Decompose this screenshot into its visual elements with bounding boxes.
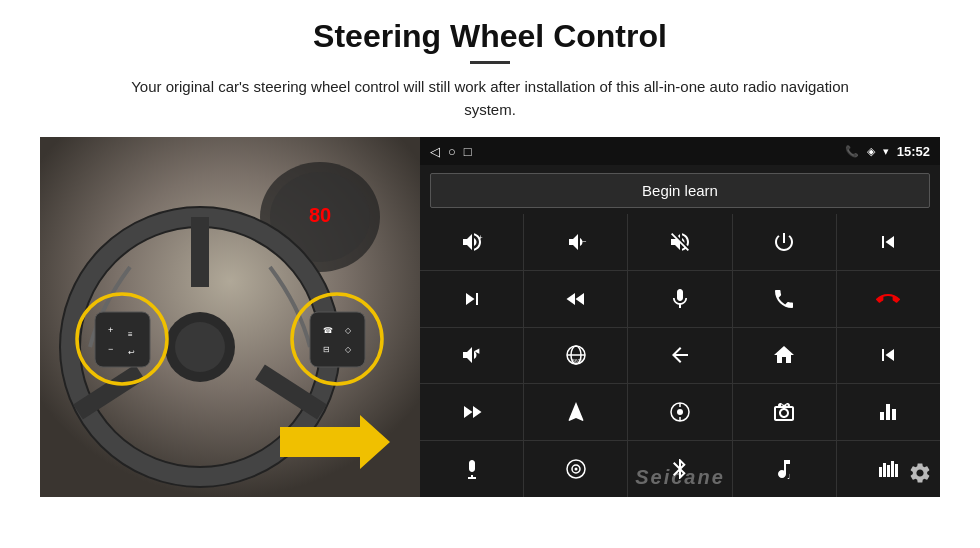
next-track-icon bbox=[460, 287, 484, 311]
settings-circle-icon bbox=[564, 457, 588, 481]
svg-text:+: + bbox=[478, 233, 483, 242]
volume-up-icon: + bbox=[460, 230, 484, 254]
svg-text:80: 80 bbox=[309, 204, 331, 226]
mic2-icon bbox=[460, 457, 484, 481]
volume-up-button[interactable]: + bbox=[420, 214, 523, 270]
steering-wheel-svg: 80 + bbox=[40, 137, 420, 497]
home-nav-icon[interactable]: ○ bbox=[448, 144, 456, 159]
rewind-icon bbox=[564, 287, 588, 311]
svg-point-32 bbox=[677, 409, 683, 415]
svg-text:−: − bbox=[108, 344, 113, 354]
music-icon: ♩ bbox=[772, 457, 796, 481]
android-panel-wrapper: ◁ ○ □ 📞 ◈ ▾ 15:52 Begin learn bbox=[420, 137, 940, 497]
microphone-icon bbox=[668, 287, 692, 311]
prev-track-icon bbox=[876, 230, 900, 254]
begin-learn-row: Begin learn bbox=[420, 165, 940, 214]
home-icon bbox=[772, 343, 796, 367]
back-nav-icon bbox=[668, 343, 692, 367]
svg-rect-41 bbox=[879, 467, 882, 477]
settings-gear-icon[interactable] bbox=[908, 461, 932, 491]
svg-rect-16 bbox=[310, 312, 365, 367]
svg-point-39 bbox=[574, 468, 577, 471]
svg-rect-44 bbox=[891, 461, 894, 477]
skip-back-button[interactable] bbox=[837, 328, 940, 384]
statusbar-left: ◁ ○ □ bbox=[430, 144, 472, 159]
power-icon bbox=[772, 230, 796, 254]
svg-rect-43 bbox=[887, 465, 890, 477]
volume-down-button[interactable]: − bbox=[524, 214, 627, 270]
hang-up-icon bbox=[876, 287, 900, 311]
navigation-icon bbox=[564, 400, 588, 424]
horn-icon: ◀ bbox=[460, 343, 484, 367]
svg-rect-11 bbox=[95, 312, 150, 367]
prev-track-button[interactable] bbox=[837, 214, 940, 270]
source-icon bbox=[668, 400, 692, 424]
equalizer-icon bbox=[876, 400, 900, 424]
location-icon: ◈ bbox=[867, 145, 875, 158]
phone-call-icon bbox=[772, 287, 796, 311]
svg-text:⊟: ⊟ bbox=[323, 345, 330, 354]
gear-svg bbox=[908, 461, 932, 485]
bluetooth-icon bbox=[668, 457, 692, 481]
android-panel: ◁ ○ □ 📞 ◈ ▾ 15:52 Begin learn bbox=[420, 137, 940, 497]
mute-icon bbox=[668, 230, 692, 254]
bluetooth-button[interactable] bbox=[628, 441, 731, 497]
radio-button[interactable] bbox=[733, 384, 836, 440]
music-button[interactable]: ♩ bbox=[733, 441, 836, 497]
back-icon[interactable]: ◁ bbox=[430, 144, 440, 159]
svg-point-10 bbox=[175, 322, 225, 372]
statusbar: ◁ ○ □ 📞 ◈ ▾ 15:52 bbox=[420, 137, 940, 165]
source-button[interactable] bbox=[628, 384, 731, 440]
next-track-button[interactable] bbox=[420, 271, 523, 327]
svg-text:◇: ◇ bbox=[345, 326, 352, 335]
svg-text:◇: ◇ bbox=[345, 345, 352, 354]
svg-text:+: + bbox=[108, 325, 113, 335]
navigation-button[interactable] bbox=[524, 384, 627, 440]
page-title: Steering Wheel Control bbox=[313, 18, 667, 55]
content-area: 80 + bbox=[40, 137, 940, 497]
back-nav-button[interactable] bbox=[628, 328, 731, 384]
hang-up-button[interactable] bbox=[837, 271, 940, 327]
mic2-button[interactable] bbox=[420, 441, 523, 497]
svg-text:♩: ♩ bbox=[787, 473, 790, 480]
settings-circle-button[interactable] bbox=[524, 441, 627, 497]
mute-button[interactable] bbox=[628, 214, 731, 270]
skip-back-icon bbox=[876, 343, 900, 367]
page-subtitle: Your original car's steering wheel contr… bbox=[110, 76, 870, 121]
power-button[interactable] bbox=[733, 214, 836, 270]
fast-forward-button[interactable] bbox=[420, 384, 523, 440]
statusbar-right: 📞 ◈ ▾ 15:52 bbox=[845, 144, 930, 159]
controls-grid: + − bbox=[420, 214, 940, 497]
title-divider bbox=[470, 61, 510, 64]
svg-text:↩: ↩ bbox=[128, 348, 135, 357]
svg-text:◀: ◀ bbox=[474, 347, 480, 354]
volume-down-icon: − bbox=[564, 230, 588, 254]
fast-forward-icon bbox=[460, 400, 484, 424]
recents-icon[interactable]: □ bbox=[464, 144, 472, 159]
home-button[interactable] bbox=[733, 328, 836, 384]
phone-icon: 📞 bbox=[845, 145, 859, 158]
radio-icon bbox=[772, 400, 796, 424]
wifi-icon: ▾ bbox=[883, 145, 889, 158]
camera-360-button[interactable]: 360° bbox=[524, 328, 627, 384]
page: Steering Wheel Control Your original car… bbox=[0, 0, 980, 548]
svg-text:360°: 360° bbox=[572, 358, 582, 364]
svg-text:−: − bbox=[582, 237, 587, 246]
time-display: 15:52 bbox=[897, 144, 930, 159]
equalizer-button[interactable] bbox=[837, 384, 940, 440]
svg-rect-45 bbox=[895, 464, 898, 477]
begin-learn-button[interactable]: Begin learn bbox=[430, 173, 930, 208]
steering-wheel-image: 80 + bbox=[40, 137, 420, 497]
phone-call-button[interactable] bbox=[733, 271, 836, 327]
camera-360-icon: 360° bbox=[564, 343, 588, 367]
horn-button[interactable]: ◀ bbox=[420, 328, 523, 384]
svg-text:≡: ≡ bbox=[128, 330, 133, 339]
svg-text:☎: ☎ bbox=[323, 326, 333, 335]
rewind-button[interactable] bbox=[524, 271, 627, 327]
audio-bars-icon bbox=[876, 457, 900, 481]
microphone-button[interactable] bbox=[628, 271, 731, 327]
svg-rect-42 bbox=[883, 463, 886, 477]
